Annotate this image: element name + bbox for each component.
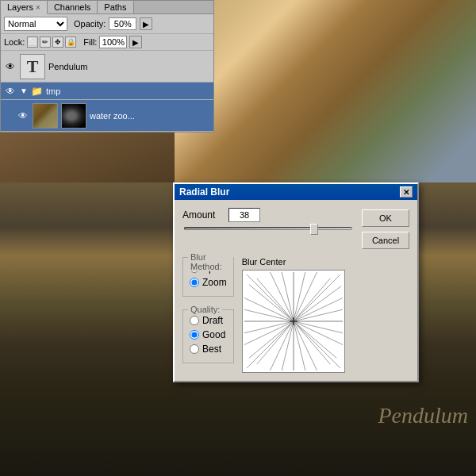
layer-name-tmp: tmp <box>46 86 60 96</box>
tab-layers-label: Layers <box>7 2 33 12</box>
fill-label: Fill: <box>83 37 97 47</box>
tab-paths[interactable]: Paths <box>98 1 133 13</box>
dialog-close-button[interactable]: ✕ <box>400 186 413 198</box>
lock-label: Lock: <box>4 37 25 47</box>
quality-draft-radio[interactable] <box>190 316 199 325</box>
opacity-arrow[interactable]: ▶ <box>140 17 152 30</box>
panel-tabs: Layers × Channels Paths <box>1 1 213 14</box>
blur-method-label: Blur Method: <box>188 252 233 271</box>
fill-arrow[interactable]: ▶ <box>129 36 142 48</box>
blend-mode-select[interactable]: Normal <box>4 17 67 31</box>
blur-method-zoom-row: Zoom <box>190 277 227 288</box>
quality-good-row: Good <box>190 329 227 340</box>
svg-line-23 <box>294 321 336 358</box>
opacity-label: Opacity: <box>74 19 106 29</box>
svg-line-16 <box>256 278 293 321</box>
svg-line-21 <box>294 309 343 321</box>
amount-input[interactable] <box>228 208 260 222</box>
tab-channels-label: Channels <box>54 2 90 12</box>
quality-draft-row: Draft <box>190 315 227 326</box>
quality-label: Quality: <box>188 305 222 314</box>
layer-name-water: water zoo... <box>90 111 210 121</box>
blur-method-group: Blur Method: Spin Zoom <box>182 257 234 297</box>
opacity-input[interactable] <box>109 17 136 30</box>
quality-best-row: Best <box>190 344 227 355</box>
tab-channels[interactable]: Channels <box>48 1 98 13</box>
blur-method-zoom-label: Zoom <box>202 277 227 288</box>
dialog-buttons: OK Cancel <box>362 208 409 249</box>
layer-thumb-water-img <box>33 103 58 129</box>
layer-thumb-pendulum: T <box>20 54 45 79</box>
amount-row: Amount <box>182 208 354 222</box>
quality-best-radio[interactable] <box>190 344 199 354</box>
layer-thumb-water-mask <box>61 103 86 129</box>
blend-opacity-row: Normal Opacity: ▶ <box>1 14 213 34</box>
svg-line-7 <box>294 321 343 345</box>
lock-icons: ⬜ ✏ ✥ 🔒 <box>27 36 76 48</box>
background-hamster <box>175 0 476 182</box>
svg-line-17 <box>282 272 294 321</box>
fill-input[interactable] <box>99 36 127 48</box>
svg-line-22 <box>294 321 343 333</box>
tab-layers[interactable]: Layers × <box>1 1 48 14</box>
blur-center-svg <box>243 271 344 372</box>
blur-method-zoom-radio[interactable] <box>190 278 199 287</box>
quality-group: Quality: Draft Good Best <box>182 309 234 363</box>
amount-label: Amount <box>182 209 222 221</box>
amount-slider-container <box>182 227 354 230</box>
eye-icon-pendulum[interactable]: 👁 <box>4 60 17 73</box>
svg-line-9 <box>294 321 317 370</box>
pendulum-watermark: Pendulum <box>378 403 468 428</box>
amount-slider-track[interactable] <box>184 227 352 230</box>
radial-blur-dialog: Radial Blur ✕ Amount OK Cancel <box>173 182 419 382</box>
tab-layers-close[interactable]: × <box>36 3 40 12</box>
blur-center-box[interactable] <box>242 270 345 373</box>
svg-line-5 <box>294 298 343 321</box>
ok-button[interactable]: OK <box>362 209 409 227</box>
group-arrow[interactable]: ▼ <box>20 86 28 95</box>
svg-line-4 <box>294 274 340 321</box>
svg-line-12 <box>247 321 294 368</box>
quality-good-radio[interactable] <box>190 330 199 340</box>
cancel-button[interactable]: Cancel <box>362 232 409 249</box>
svg-line-27 <box>256 321 293 364</box>
dialog-bottom-section: Blur Method: Spin Zoom Quality: Draft <box>175 257 417 381</box>
layers-panel: Layers × Channels Paths Normal Opacity: … <box>0 0 214 132</box>
svg-line-3 <box>294 272 317 321</box>
eye-icon-tmp[interactable]: 👁 <box>4 85 17 98</box>
dialog-title: Radial Blur <box>179 186 229 198</box>
svg-line-25 <box>294 321 305 370</box>
quality-draft-label: Draft <box>202 315 223 326</box>
quality-best-label: Best <box>202 344 221 355</box>
svg-line-24 <box>294 321 330 364</box>
svg-line-0 <box>247 274 294 321</box>
lock-transparent-icon[interactable]: ⬜ <box>27 36 38 48</box>
eye-icon-water[interactable]: 👁 <box>17 109 29 122</box>
folder-icon: 📁 <box>31 86 43 97</box>
lock-paint-icon[interactable]: ✏ <box>40 36 51 48</box>
layer-row-water[interactable]: 👁 water zoo... <box>1 100 213 132</box>
layer-name-pendulum: Pendulum <box>48 62 210 71</box>
layer-row-pendulum[interactable]: 👁 T Pendulum <box>1 51 213 83</box>
svg-line-26 <box>282 321 294 370</box>
lock-all-icon[interactable]: 🔒 <box>65 36 76 48</box>
dialog-top-section: Amount OK Cancel <box>175 200 417 257</box>
tab-paths-label: Paths <box>104 2 126 12</box>
lock-move-icon[interactable]: ✥ <box>52 36 63 48</box>
layer-group-tmp[interactable]: 👁 ▼ 📁 tmp <box>1 83 213 100</box>
lock-fill-row: Lock: ⬜ ✏ ✥ 🔒 Fill: ▶ <box>1 34 213 51</box>
blur-center-label: Blur Center <box>242 257 286 267</box>
quality-good-label: Good <box>202 329 225 340</box>
dialog-options: Blur Method: Spin Zoom Quality: Draft <box>182 257 234 373</box>
svg-line-19 <box>294 278 330 321</box>
svg-line-11 <box>270 321 294 370</box>
dialog-left-section: Amount <box>182 208 354 249</box>
amount-slider-thumb[interactable] <box>310 224 318 235</box>
svg-line-1 <box>270 272 294 321</box>
svg-line-8 <box>294 321 340 368</box>
dialog-titlebar: Radial Blur ✕ <box>175 184 417 200</box>
blur-center-section: Blur Center <box>242 257 345 373</box>
